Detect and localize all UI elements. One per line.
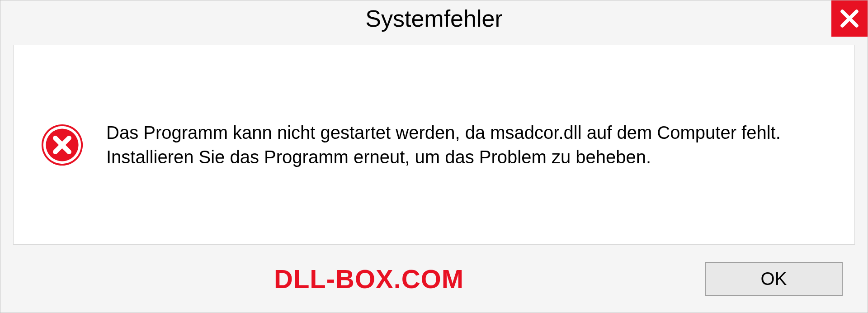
error-dialog: Systemfehler Das Programm kann nicht ges… [0, 0, 868, 313]
dialog-title: Systemfehler [365, 5, 502, 32]
content-area: Das Programm kann nicht gestartet werden… [13, 45, 855, 245]
watermark-text: DLL-BOX.COM [274, 264, 464, 294]
close-button[interactable] [831, 0, 868, 37]
error-message: Das Programm kann nicht gestartet werden… [106, 120, 827, 169]
ok-button[interactable]: OK [705, 262, 843, 296]
titlebar: Systemfehler [0, 0, 868, 37]
error-icon [41, 123, 84, 166]
dialog-footer: DLL-BOX.COM OK [0, 245, 868, 313]
close-icon [840, 9, 859, 28]
